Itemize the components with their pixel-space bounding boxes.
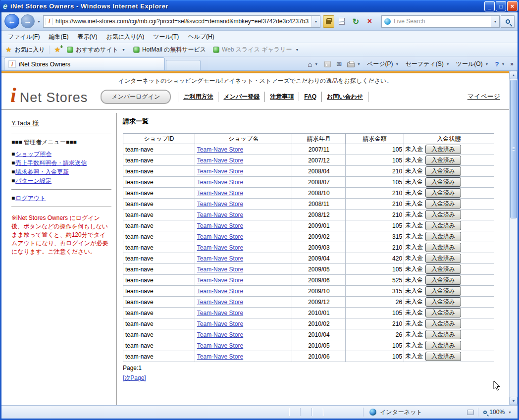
- menu-item[interactable]: 表示(V): [73, 31, 102, 43]
- new-tab-button[interactable]: [166, 60, 201, 70]
- favorites-bar-link[interactable]: おすすめサイト▼: [63, 45, 130, 55]
- refresh-button[interactable]: ↻: [350, 15, 362, 28]
- sidebar-link[interactable]: パターン設定: [15, 176, 52, 185]
- zoom-control[interactable]: 100% ▼: [478, 408, 513, 417]
- shop-name-link[interactable]: Team-Nave Store: [197, 211, 243, 218]
- tools-menu-button[interactable]: ツール(O)▼: [454, 58, 492, 70]
- mark-paid-button[interactable]: 入金済み: [425, 232, 461, 241]
- favorites-label[interactable]: お気に入り: [15, 46, 45, 54]
- favorites-bar-link[interactable]: HotMail の無料サービス: [130, 45, 209, 55]
- mark-paid-button[interactable]: 入金済み: [425, 352, 461, 361]
- home-button[interactable]: ⌂▼: [305, 58, 321, 70]
- mark-paid-button[interactable]: 入金済み: [425, 286, 461, 296]
- shop-name-link[interactable]: Team-Nave Store: [197, 310, 243, 316]
- shop-name-link[interactable]: Team-Nave Store: [197, 190, 243, 197]
- scrollbar-track[interactable]: [510, 219, 518, 397]
- sidebar-link[interactable]: ショップ照会: [15, 150, 52, 158]
- minimize-button[interactable]: _: [484, 1, 495, 11]
- zoom-dropdown-icon[interactable]: ▼: [507, 411, 513, 414]
- mark-paid-button[interactable]: 入金済み: [425, 275, 461, 285]
- mark-paid-button[interactable]: 入金済み: [425, 308, 461, 317]
- feeds-button[interactable]: [322, 59, 333, 69]
- menu-item[interactable]: 編集(E): [44, 31, 73, 43]
- address-url[interactable]: https://www.inet-stores.com/cgi/mb.cgi?p…: [55, 18, 309, 25]
- vertical-scrollbar[interactable]: ▲ ▼: [509, 71, 518, 405]
- address-bar[interactable]: i https://www.inet-stores.com/cgi/mb.cgi…: [43, 15, 320, 28]
- help-button[interactable]: ?▼: [492, 59, 508, 69]
- shop-name-link[interactable]: Team-Nave Store: [197, 353, 243, 360]
- menu-item[interactable]: ファイル(F): [3, 31, 44, 43]
- address-dropdown-button[interactable]: ▼: [311, 16, 320, 27]
- mypage-link[interactable]: マイページ: [467, 92, 500, 101]
- header-nav-link[interactable]: FAQ: [299, 92, 321, 101]
- compatibility-view-button[interactable]: [336, 15, 348, 28]
- next-page-link[interactable]: [次Page]: [123, 374, 146, 382]
- security-lock-button[interactable]: [323, 15, 334, 28]
- user-name-link[interactable]: Y.Tada 様: [11, 119, 39, 128]
- page-menu-button[interactable]: ページ(P)▼: [364, 58, 403, 70]
- member-login-button[interactable]: メンバーログイン: [101, 90, 171, 104]
- menu-item[interactable]: ヘルプ(H): [183, 31, 219, 43]
- favorites-bar-link[interactable]: Web スライス ギャラリー▼: [209, 45, 303, 55]
- shop-name-link[interactable]: Team-Nave Store: [197, 288, 243, 295]
- shop-name-link[interactable]: Team-Nave Store: [197, 244, 243, 251]
- mark-paid-button[interactable]: 入金済み: [425, 177, 461, 187]
- forward-button[interactable]: →: [21, 14, 35, 28]
- header-nav-link[interactable]: ご利用方法: [178, 92, 218, 102]
- history-dropdown-icon[interactable]: ▼: [36, 20, 42, 23]
- stop-button[interactable]: ×: [363, 15, 376, 28]
- mark-paid-button[interactable]: 入金済み: [425, 341, 461, 350]
- menu-item[interactable]: お気に入り(A): [102, 31, 149, 43]
- header-nav-link[interactable]: メンバー登録: [218, 92, 264, 102]
- header-nav-link[interactable]: お問い合わせ: [321, 92, 368, 102]
- print-button[interactable]: ▼: [345, 59, 364, 69]
- mark-paid-button[interactable]: 入金済み: [425, 221, 461, 230]
- tab-inet-stores-owners[interactable]: i iNet Stores Owners: [4, 57, 165, 70]
- mark-paid-button[interactable]: 入金済み: [425, 254, 461, 263]
- safety-menu-button[interactable]: セーフティ(S)▼: [403, 58, 453, 70]
- mark-paid-button[interactable]: 入金済み: [425, 243, 461, 252]
- header-nav-link[interactable]: 注意事項: [264, 92, 299, 102]
- logout-link[interactable]: ログアウト: [15, 194, 46, 203]
- shop-name-link[interactable]: Team-Nave Store: [197, 157, 243, 164]
- shop-name-link[interactable]: Team-Nave Store: [197, 146, 243, 153]
- shop-name-link[interactable]: Team-Nave Store: [197, 255, 243, 262]
- mark-paid-button[interactable]: 入金済み: [425, 330, 461, 339]
- mark-paid-button[interactable]: 入金済み: [425, 297, 461, 307]
- favorites-star-icon[interactable]: ★: [5, 46, 12, 53]
- scroll-down-button[interactable]: ▼: [510, 397, 518, 405]
- shop-name-link[interactable]: Team-Nave Store: [197, 201, 243, 208]
- shop-name-link[interactable]: Team-Nave Store: [197, 266, 243, 273]
- search-input[interactable]: Live Search: [394, 18, 491, 25]
- shop-name-link[interactable]: Team-Nave Store: [197, 320, 243, 327]
- mark-paid-button[interactable]: 入金済み: [425, 166, 461, 176]
- back-button[interactable]: ←: [4, 14, 19, 29]
- mark-paid-button[interactable]: 入金済み: [425, 210, 461, 219]
- maximize-button[interactable]: □: [496, 1, 506, 11]
- shop-name-link[interactable]: Team-Nave Store: [197, 233, 243, 240]
- sidebar-link[interactable]: 売上手数料照会・請求送信: [15, 158, 87, 167]
- mark-paid-button[interactable]: 入金済み: [425, 145, 461, 154]
- shop-name-link[interactable]: Team-Nave Store: [197, 277, 243, 284]
- search-box[interactable]: Live Search ▼: [381, 15, 500, 28]
- scroll-up-button[interactable]: ▲: [510, 71, 518, 79]
- shop-name-link[interactable]: Team-Nave Store: [197, 331, 243, 338]
- mark-paid-button[interactable]: 入金済み: [425, 264, 461, 274]
- mark-paid-button[interactable]: 入金済み: [425, 199, 461, 209]
- mark-paid-button[interactable]: 入金済み: [425, 319, 461, 328]
- sidebar-link[interactable]: 請求参照・入金更新: [15, 167, 69, 176]
- sidebar-item-logout[interactable]: ■ ログアウト: [11, 194, 111, 203]
- shop-name-link[interactable]: Team-Nave Store: [197, 168, 243, 175]
- scrollbar-thumb[interactable]: [510, 80, 517, 218]
- menu-item[interactable]: ツール(T): [149, 31, 183, 43]
- mark-paid-button[interactable]: 入金済み: [425, 156, 461, 165]
- add-favorite-button[interactable]: ★+: [54, 46, 60, 53]
- close-button[interactable]: ×: [507, 1, 518, 11]
- shop-name-link[interactable]: Team-Nave Store: [197, 299, 243, 306]
- search-go-button[interactable]: [501, 15, 515, 28]
- shop-name-link[interactable]: Team-Nave Store: [197, 222, 243, 229]
- shop-name-link[interactable]: Team-Nave Store: [197, 179, 243, 186]
- mark-paid-button[interactable]: 入金済み: [425, 188, 461, 198]
- search-dropdown-button[interactable]: ▼: [491, 16, 499, 27]
- toolbar-overflow-chevron[interactable]: »: [509, 60, 515, 67]
